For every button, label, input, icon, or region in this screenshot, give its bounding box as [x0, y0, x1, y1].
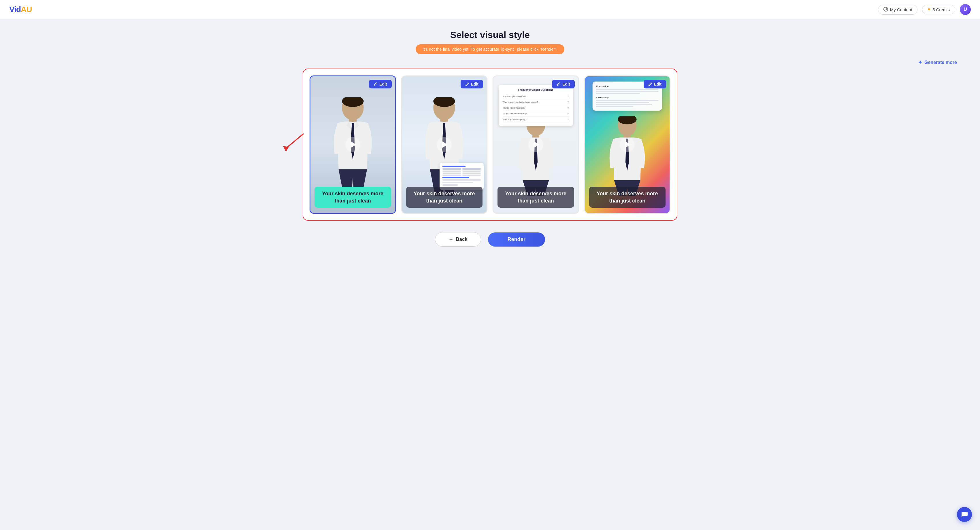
- edit-icon-3: [557, 82, 561, 86]
- video-card-3[interactable]: Frequently Asked Questions How can I pla…: [493, 75, 579, 214]
- avatar-initial: U: [964, 7, 967, 12]
- edit-icon-2: [465, 82, 469, 86]
- video-card-4[interactable]: Conclusion Case Study: [584, 75, 671, 214]
- back-label: Back: [456, 236, 468, 242]
- faq-title: Frequently Asked Questions: [503, 89, 569, 91]
- chevron-icon-4: ∨: [567, 112, 569, 115]
- play-button-4[interactable]: [620, 137, 635, 152]
- page-title: Select visual style: [450, 30, 530, 40]
- generate-more-button[interactable]: ✦ Generate more: [918, 59, 957, 66]
- faq-item-1: How can I place an order? ∨: [503, 94, 569, 99]
- edit-label-3: Edit: [562, 82, 570, 86]
- header: VidAU My Content ♥ 5 Credits U: [0, 0, 980, 19]
- my-content-label: My Content: [890, 7, 912, 12]
- play-button-2[interactable]: [437, 137, 452, 152]
- chat-icon: [961, 511, 968, 518]
- bottom-bar: ← Back Render: [435, 232, 545, 247]
- caption-3: Your skin deserves more than just clean: [498, 187, 574, 208]
- main-content: Select visual style It's not the final v…: [0, 19, 980, 261]
- sparkle-icon: ✦: [918, 59, 922, 66]
- edit-button-3[interactable]: Edit: [552, 80, 574, 89]
- person-figure-3: [506, 116, 565, 195]
- play-triangle-2: [442, 141, 448, 148]
- edit-label-1: Edit: [379, 82, 387, 86]
- play-triangle-3: [533, 141, 539, 148]
- faq-item-5: What is your return policy? ∨: [503, 117, 569, 122]
- video-card-1[interactable]: Edit Your skin deserves more than just c…: [310, 75, 396, 214]
- logo: VidAU: [9, 5, 32, 14]
- chat-bubble-button[interactable]: [957, 507, 972, 522]
- doc-overlay-2: [439, 163, 484, 190]
- clock-icon: [883, 7, 888, 13]
- faq-item-2: What payment methods do you accept? ∨: [503, 99, 569, 105]
- svg-line-0: [286, 134, 303, 148]
- edit-button-4[interactable]: Edit: [644, 80, 666, 89]
- back-button[interactable]: ← Back: [435, 232, 481, 247]
- avatar[interactable]: U: [960, 4, 971, 15]
- credits-button[interactable]: ♥ 5 Credits: [922, 5, 955, 14]
- edit-icon: [374, 82, 378, 86]
- chevron-icon-5: ∨: [567, 118, 569, 121]
- chevron-icon-3: ∨: [567, 106, 569, 109]
- edit-label-4: Edit: [654, 82, 662, 86]
- play-button-3[interactable]: [528, 137, 543, 152]
- render-button[interactable]: Render: [488, 232, 545, 247]
- caption-2: Your skin deserves more than just clean: [406, 187, 483, 208]
- faq-overlay: Frequently Asked Questions How can I pla…: [499, 85, 573, 126]
- play-button-1[interactable]: [345, 137, 360, 152]
- credits-label: 5 Credits: [932, 7, 950, 12]
- faq-item-4: Do you offer free shipping? ∨: [503, 111, 569, 117]
- caption-4: Your skin deserves more than just clean: [589, 187, 666, 208]
- person-figure-4: [598, 116, 657, 195]
- svg-marker-1: [283, 146, 289, 152]
- edit-label-2: Edit: [471, 82, 479, 86]
- edit-button-2[interactable]: Edit: [461, 80, 483, 89]
- video-card-2[interactable]: Edit Your skin deserves more than just c…: [401, 75, 488, 214]
- play-triangle-1: [350, 141, 356, 148]
- header-right: My Content ♥ 5 Credits U: [878, 4, 971, 15]
- my-content-button[interactable]: My Content: [878, 5, 918, 15]
- play-triangle-4: [625, 141, 631, 148]
- caption-1: Your skin deserves more than just clean: [315, 187, 391, 208]
- generate-more-label: Generate more: [924, 60, 957, 65]
- heart-icon: ♥: [928, 7, 931, 12]
- generate-more-row: ✦ Generate more: [17, 59, 963, 66]
- chevron-icon-2: ∨: [567, 101, 569, 103]
- info-banner: It's not the final video yet, To get acc…: [416, 44, 564, 54]
- render-label: Render: [508, 236, 525, 242]
- edit-button-1[interactable]: Edit: [369, 80, 391, 89]
- visual-style-container: Edit Your skin deserves more than just c…: [303, 68, 677, 221]
- chevron-icon-1: ∨: [567, 95, 569, 98]
- selection-arrow: [280, 131, 306, 158]
- edit-icon-4: [648, 82, 652, 86]
- info-banner-text: It's not the final video yet, To get acc…: [423, 47, 557, 52]
- back-arrow-icon: ←: [449, 236, 453, 242]
- faq-item-3: How do I track my order? ∨: [503, 105, 569, 111]
